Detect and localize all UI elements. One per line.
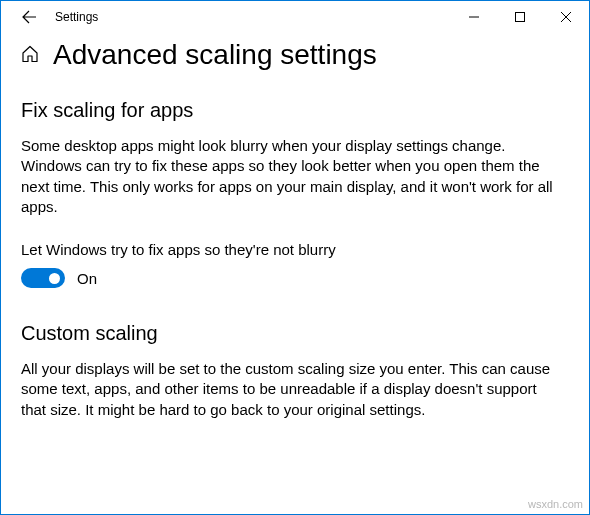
minimize-button[interactable] — [451, 1, 497, 33]
back-button[interactable] — [9, 1, 49, 33]
section-fix-scaling-title: Fix scaling for apps — [21, 99, 569, 122]
content-area: Advanced scaling settings Fix scaling fo… — [1, 33, 589, 464]
arrow-left-icon — [21, 9, 37, 25]
svg-rect-0 — [516, 13, 525, 22]
page-title: Advanced scaling settings — [53, 39, 377, 71]
fix-scaling-toggle[interactable] — [21, 268, 65, 288]
toggle-state-text: On — [77, 270, 97, 287]
toggle-knob — [49, 273, 60, 284]
page-header: Advanced scaling settings — [21, 39, 569, 71]
minimize-icon — [469, 12, 479, 22]
titlebar: Settings — [1, 1, 589, 33]
close-icon — [561, 12, 571, 22]
maximize-icon — [515, 12, 525, 22]
window-title: Settings — [55, 10, 98, 24]
maximize-button[interactable] — [497, 1, 543, 33]
close-button[interactable] — [543, 1, 589, 33]
watermark: wsxdn.com — [528, 498, 583, 510]
section-custom-scaling-title: Custom scaling — [21, 322, 569, 345]
toggle-row: On — [21, 268, 569, 288]
section-fix-scaling-description: Some desktop apps might look blurry when… — [21, 136, 561, 217]
toggle-label: Let Windows try to fix apps so they're n… — [21, 241, 569, 258]
home-icon[interactable] — [21, 45, 39, 66]
window-controls — [451, 1, 589, 33]
section-custom-scaling-description: All your displays will be set to the cus… — [21, 359, 561, 420]
